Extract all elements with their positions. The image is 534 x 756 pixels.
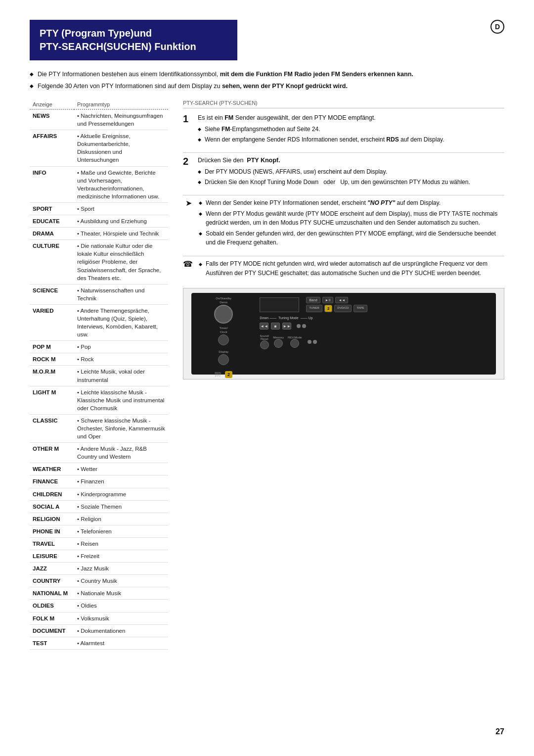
device-power-btn [214, 305, 233, 324]
device-number-2: 2 [225, 371, 232, 378]
table-cell-code: VARIED [30, 304, 74, 340]
table-col1-header: Anzeige [30, 100, 74, 109]
table-cell-code: PHONE IN [30, 525, 74, 537]
table-cell-code: NATIONAL M [30, 587, 74, 600]
table-cell-code: TRAVEL [30, 537, 74, 550]
table-cell-description: • Reisen [74, 537, 168, 550]
table-cell-description: • Alarmtest [74, 637, 168, 649]
intro-bullet-2-bold: sehen, wenn der PTY Knopf gedrückt wird. [222, 83, 348, 90]
device-dvdcd-btn: DVD/CD [334, 305, 352, 312]
table-cell-description: • Oldies [74, 600, 168, 612]
device-band-btn: Band [306, 297, 320, 303]
arrow-bullet-2: Wenn der PTY Modus gewählt wurde (PTY MO… [199, 209, 504, 227]
table-cell-description: • Maße und Gewichte, Berichte und Vorher… [74, 166, 168, 202]
arrow-content-1: Wenn der Sender keine PTY Informationen … [199, 198, 504, 249]
table-row: LIGHT M• Leichte klassische Musik - Klas… [30, 386, 168, 414]
device-display-screen [260, 297, 299, 312]
table-cell-description: • Volksmusik [74, 612, 168, 624]
table-cell-code: OLDIES [30, 600, 74, 612]
step-2: 2 Drücken Sie den PTY Knopf. Der PTY MOD… [183, 156, 504, 188]
table-row: SOCIAL A• Soziale Themen [30, 500, 168, 513]
phone-section: ☎ Falls der PTY MODE nicht gefunden wird… [183, 259, 504, 280]
table-cell-code: INFO [30, 166, 74, 202]
step-1-main: Es ist ein FM Sender ausgewählt, der den… [198, 113, 504, 123]
arrow-section-1: ➤ Wenn der Sender keine PTY Informatione… [183, 198, 504, 249]
table-row: RELIGION• Religion [30, 513, 168, 525]
divider-1 [183, 152, 504, 153]
device-ff-btn: ►► [282, 323, 291, 330]
step-2-content: Drücken Sie den PTY Knopf. Der PTY MODUS… [198, 156, 504, 188]
intro-section: Die PTY Informationen bestehen aus einem… [30, 69, 504, 91]
device-sound-btn [260, 340, 269, 349]
table-row: AFFAIRS• Aktuelle Ereignisse, Dokumentar… [30, 130, 168, 166]
table-cell-description: • Jazz Musik [74, 563, 168, 575]
table-cell-description: • Naturwissenschaften und Technik [74, 284, 168, 304]
table-row: NATIONAL M• Nationale Musik [30, 587, 168, 600]
table-row: EDUCATE• Ausbildung und Erziehung [30, 215, 168, 228]
table-cell-code: FINANCE [30, 475, 74, 488]
table-col2-header: Programmtyp [74, 100, 168, 109]
device-display-btn [218, 354, 229, 365]
step-2-main: Drücken Sie den PTY Knopf. [198, 156, 504, 165]
table-cell-code: WEATHER [30, 463, 74, 475]
table-row: ROCK M• Rock [30, 353, 168, 366]
table-cell-description: • Sport [74, 202, 168, 215]
device-play-btn: ►II [322, 297, 334, 303]
table-cell-description: • Rock [74, 353, 168, 366]
table-row: SPORT• Sport [30, 202, 168, 215]
device-body: On/Standby Demo Timer/ Clock Display [191, 293, 496, 375]
table-cell-description: • Leichte Musik, vokal oder instrumental [74, 366, 168, 386]
table-row: CULTURE• Die nationale Kultur oder die l… [30, 240, 168, 284]
device-memory-btn [274, 339, 283, 348]
step-1-number: 1 [183, 113, 193, 124]
table-row: DOCUMENT• Dokumentationen [30, 624, 168, 637]
intro-bullet-1: Die PTY Informationen bestehen aus einem… [30, 69, 504, 79]
left-column: Anzeige Programmtyp NEWS• Nachrichten, M… [30, 100, 168, 650]
table-cell-code: SPORT [30, 202, 74, 215]
table-cell-code: OTHER M [30, 443, 74, 463]
table-row: POP M• Pop [30, 341, 168, 353]
table-cell-code: DRAMA [30, 228, 74, 240]
table-cell-code: TEST [30, 637, 74, 649]
phone-icon: ☎ [183, 259, 194, 269]
phone-bullet-1: Falls der PTY MODE nicht gefunden wird, … [199, 259, 504, 278]
table-cell-code: CHILDREN [30, 488, 74, 500]
table-row: SCIENCE• Naturwissenschaften und Technik [30, 284, 168, 304]
table-cell-code: M.O.R.M [30, 366, 74, 386]
section-d-marker: D [490, 20, 504, 34]
page-title: PTY (Program Type)und PTY-SEARCH(SUCHEN)… [40, 27, 227, 53]
intro-bullet-2: Folgende 30 Arten von PTY Informationen … [30, 81, 504, 91]
table-cell-code: FOLK M [30, 612, 74, 624]
arrow-bullet-1: Wenn der Sender keine PTY Informationen … [199, 198, 504, 207]
table-cell-code: JAZZ [30, 563, 74, 575]
device-2-btn: 2 [324, 305, 332, 312]
table-cell-description: • Die nationale Kultur oder die lokale K… [74, 240, 168, 284]
table-cell-description: • Andere Musik - Jazz, R&B Country und W… [74, 443, 168, 463]
table-row: PHONE IN• Telefonieren [30, 525, 168, 537]
table-cell-description: • Andere Themengespräche, Unterhaltung (… [74, 304, 168, 340]
table-cell-description: • Leichte klassische Musik - Klassische … [74, 386, 168, 414]
device-right-panel: Band ►II ◄◄ TUNER 2 DVD/CD TAPE [256, 293, 496, 375]
phone-content: Falls der PTY MODE nicht gefunden wird, … [199, 259, 504, 280]
arrow-bullet-3: Sobald ein Sender gefunden wird, der den… [199, 229, 504, 247]
table-cell-description: • Finanzen [74, 475, 168, 488]
table-cell-description: • Aktuelle Ereignisse, Dokumentarbericht… [74, 130, 168, 166]
right-section-title: PTY-SEARCH (PTY-SUCHEN) [183, 100, 504, 108]
table-row: WEATHER• Wetter [30, 463, 168, 475]
device-stop-btn: ■ [271, 323, 280, 330]
table-row: OTHER M• Andere Musik - Jazz, R&B Countr… [30, 443, 168, 463]
device-tape-btn: TAPE [354, 305, 367, 312]
table-row: NEWS• Nachrichten, Meinungsumfragen und … [30, 109, 168, 130]
section-d-label: D [495, 23, 500, 31]
table-cell-description: • Nationale Musik [74, 587, 168, 600]
table-row: JAZZ• Jazz Musik [30, 563, 168, 575]
step-2-number: 2 [183, 156, 193, 167]
step-2-bullet-1: Der PTY MODUS (NEWS, AFFAIRS, usw) ersch… [198, 167, 504, 176]
table-cell-code: ROCK M [30, 353, 74, 366]
page-number: 27 [495, 727, 504, 736]
table-cell-code: EDUCATE [30, 215, 74, 228]
table-cell-code: LIGHT M [30, 386, 74, 414]
intro-bullet-1-bold: mit dem die Funktion FM Radio jeden FM S… [220, 71, 413, 78]
table-row: VARIED• Andere Themengespräche, Unterhal… [30, 304, 168, 340]
table-cell-description: • Soziale Themen [74, 500, 168, 513]
